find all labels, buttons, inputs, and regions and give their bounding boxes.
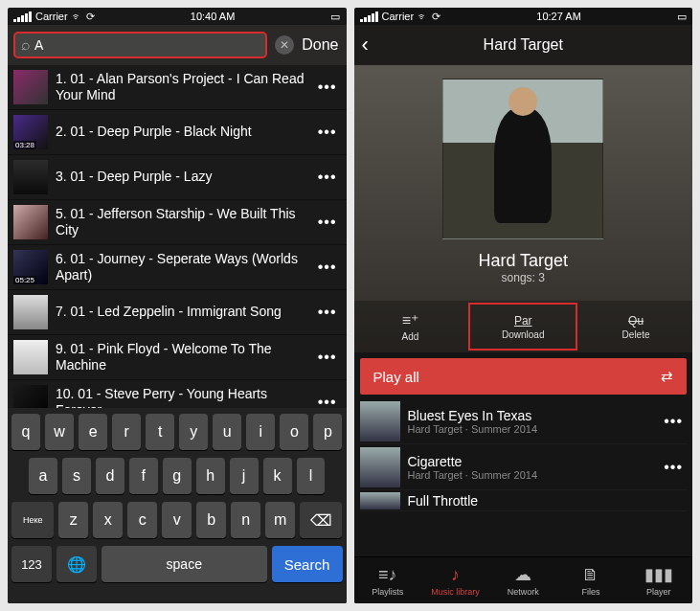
song-row[interactable]: 9. 01 - Pink Floyd - Welcome To The Mach… bbox=[8, 335, 347, 380]
song-row[interactable]: 3. 01 - Deep Purple - Lazy ••• bbox=[8, 155, 347, 200]
song-row[interactable]: 03:28 2. 01 - Deep Purple - Black Night … bbox=[8, 110, 347, 155]
more-icon[interactable]: ••• bbox=[314, 349, 341, 366]
battery-icon: ▭ bbox=[330, 11, 340, 23]
more-icon[interactable]: ••• bbox=[314, 169, 341, 186]
album-thumb bbox=[13, 205, 48, 239]
carrier-label: Carrier bbox=[382, 11, 415, 22]
play-all-button[interactable]: Play all ⇄ bbox=[360, 358, 688, 395]
song-title: 6. 01 - Journey - Seperate Ways (Worlds … bbox=[56, 251, 306, 284]
tab-player[interactable]: ▮▮▮ Player bbox=[624, 557, 692, 603]
key-x[interactable]: x bbox=[93, 502, 123, 538]
album-thumb bbox=[13, 160, 48, 194]
more-icon[interactable]: ••• bbox=[314, 79, 341, 96]
song-title: 1. 01 - Alan Parson's Project - I Can Re… bbox=[56, 71, 306, 104]
song-list[interactable]: 1. 01 - Alan Parson's Project - I Can Re… bbox=[8, 65, 347, 425]
key-k[interactable]: k bbox=[263, 458, 292, 494]
loading-icon: ⟳ bbox=[86, 11, 95, 23]
space-key[interactable]: space bbox=[102, 546, 267, 582]
more-icon[interactable]: ••• bbox=[314, 259, 341, 276]
track-list[interactable]: Bluest Eyes In Texas Hard Target · Summe… bbox=[354, 395, 693, 511]
song-title: 5. 01 - Jefferson Starship - We Built Th… bbox=[56, 206, 306, 239]
done-button[interactable]: Done bbox=[302, 36, 338, 54]
clear-search-button[interactable]: ✕ bbox=[275, 35, 294, 55]
key-c[interactable]: c bbox=[127, 502, 157, 538]
key-r[interactable]: r bbox=[112, 414, 141, 450]
more-icon[interactable]: ••• bbox=[314, 304, 341, 321]
more-icon[interactable]: ••• bbox=[660, 413, 687, 430]
key-i[interactable]: i bbox=[246, 414, 275, 450]
add-label: Add bbox=[402, 331, 419, 342]
track-row[interactable]: Bluest Eyes In Texas Hard Target · Summe… bbox=[360, 398, 688, 444]
delete-label: Delete bbox=[622, 329, 650, 340]
key-v[interactable]: v bbox=[162, 502, 192, 538]
delete-button[interactable]: Qu Delete bbox=[579, 301, 692, 352]
key-y[interactable]: y bbox=[179, 414, 208, 450]
tab-label: Playlists bbox=[372, 587, 403, 597]
track-row[interactable]: Full Throttle bbox=[360, 490, 688, 511]
keyboard[interactable]: q w e r t y u i o p a s d f g h j k l Не… bbox=[8, 408, 347, 603]
globe-key[interactable]: 🌐 bbox=[56, 546, 97, 582]
key-o[interactable]: o bbox=[280, 414, 308, 450]
search-key[interactable]: Search bbox=[272, 546, 343, 582]
download-top-label: Par bbox=[514, 314, 532, 328]
backspace-key[interactable]: ⌫ bbox=[300, 502, 342, 538]
track-thumb bbox=[360, 401, 400, 441]
track-row[interactable]: Cigarette Hard Target · Summer 2014 ••• bbox=[360, 444, 688, 490]
track-thumb bbox=[360, 447, 400, 487]
key-b[interactable]: b bbox=[196, 502, 226, 538]
back-button[interactable]: ‹ bbox=[362, 25, 369, 65]
search-field-highlight[interactable]: ⌕ bbox=[13, 32, 267, 58]
play-all-label: Play all bbox=[373, 369, 419, 385]
album-art[interactable] bbox=[442, 79, 603, 239]
key-d[interactable]: d bbox=[96, 458, 124, 494]
song-row[interactable]: 7. 01 - Led Zeppelin - Immigrant Song ••… bbox=[8, 290, 347, 335]
clock-label: 10:40 AM bbox=[191, 11, 235, 22]
loading-icon: ⟳ bbox=[432, 11, 440, 23]
key-l[interactable]: l bbox=[297, 458, 326, 494]
more-icon[interactable]: ••• bbox=[314, 124, 341, 141]
equalizer-icon: ▮▮▮ bbox=[644, 564, 673, 585]
wifi-icon: ᯤ bbox=[72, 11, 82, 22]
key-w[interactable]: w bbox=[45, 414, 74, 450]
song-row[interactable]: 5. 01 - Jefferson Starship - We Built Th… bbox=[8, 200, 347, 245]
search-input[interactable] bbox=[34, 37, 260, 53]
key-p[interactable]: p bbox=[313, 414, 342, 450]
key-m[interactable]: m bbox=[265, 502, 295, 538]
song-title: 2. 01 - Deep Purple - Black Night bbox=[56, 124, 306, 141]
numbers-key[interactable]: 123 bbox=[11, 546, 52, 582]
key-e[interactable]: e bbox=[79, 414, 107, 450]
album-subtitle: songs: 3 bbox=[354, 271, 693, 284]
key-row-4: 123 🌐 space Search bbox=[11, 546, 343, 582]
key-f[interactable]: f bbox=[129, 458, 158, 494]
album-thumb bbox=[13, 295, 48, 329]
key-j[interactable]: j bbox=[230, 458, 259, 494]
status-bar: Carrier ᯤ ⟳ 10:40 AM ▭ bbox=[8, 8, 347, 25]
key-n[interactable]: n bbox=[231, 502, 260, 538]
download-button-highlight[interactable]: Par Download bbox=[466, 301, 579, 352]
globe-icon: 🌐 bbox=[67, 555, 86, 574]
key-a[interactable]: a bbox=[29, 458, 57, 494]
key-s[interactable]: s bbox=[62, 458, 91, 494]
tab-files[interactable]: 🗎 Files bbox=[557, 557, 625, 603]
tab-playlists[interactable]: ≡♪ Playlists bbox=[354, 557, 422, 603]
key-q[interactable]: q bbox=[11, 414, 40, 450]
album-thumb: 03:28 bbox=[13, 115, 48, 149]
key-g[interactable]: g bbox=[163, 458, 192, 494]
add-button[interactable]: ≡⁺ Add bbox=[354, 301, 467, 352]
phone-search-screen: Carrier ᯤ ⟳ 10:40 AM ▭ ⌕ ✕ Done 1. 01 - … bbox=[8, 8, 347, 603]
song-row[interactable]: 05:25 6. 01 - Journey - Seperate Ways (W… bbox=[8, 245, 347, 290]
key-h[interactable]: h bbox=[196, 458, 225, 494]
track-thumb bbox=[360, 492, 400, 509]
key-row-2: a s d f g h j k l bbox=[11, 458, 343, 494]
key-z[interactable]: z bbox=[58, 502, 88, 538]
key-t[interactable]: t bbox=[146, 414, 174, 450]
shift-key[interactable]: Неке bbox=[11, 502, 54, 538]
more-icon[interactable]: ••• bbox=[660, 459, 687, 476]
song-row[interactable]: 1. 01 - Alan Parson's Project - I Can Re… bbox=[8, 65, 347, 110]
more-icon[interactable]: ••• bbox=[314, 214, 341, 231]
track-title: Cigarette bbox=[408, 454, 653, 469]
album-title: Hard Target bbox=[354, 251, 693, 271]
tab-music-library[interactable]: ♪ Music library bbox=[421, 557, 489, 603]
key-u[interactable]: u bbox=[213, 414, 241, 450]
tab-network[interactable]: ☁ Network bbox=[489, 557, 557, 603]
